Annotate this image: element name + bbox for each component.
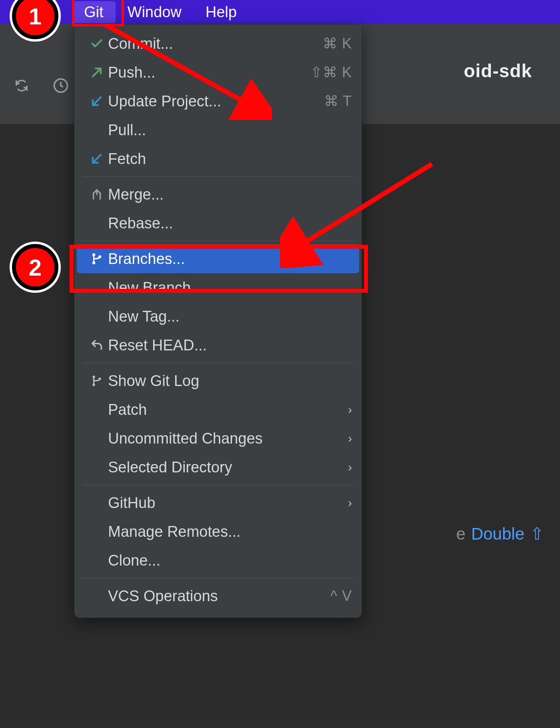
menu-item-reset-head[interactable]: Reset HEAD...: [77, 331, 359, 360]
menu-item-clone[interactable]: Clone...: [77, 546, 359, 575]
hint-prefix: e: [456, 524, 466, 544]
menu-item-merge[interactable]: Merge...: [77, 180, 359, 209]
menu-item-branches[interactable]: Branches...: [77, 244, 359, 273]
menu-item-show-git-log[interactable]: Show Git Log: [77, 366, 359, 395]
menu-separator: [82, 241, 354, 241]
fetch-icon: [86, 152, 108, 166]
menu-item-label: Push...: [108, 64, 310, 81]
menu-item-label: Reset HEAD...: [108, 337, 352, 354]
menu-item-label: VCS Operations: [108, 588, 330, 605]
annotation-step-2-number: 2: [29, 254, 42, 281]
chevron-right-icon: ›: [348, 496, 352, 510]
menu-item-new-branch[interactable]: New Branch...: [77, 273, 359, 302]
menu-item-label: Patch: [108, 401, 341, 418]
menu-item-label: Uncommitted Changes: [108, 430, 341, 447]
menu-item-label: Selected Directory: [108, 459, 341, 476]
menu-item-label: Clone...: [108, 552, 352, 569]
menu-separator: [82, 176, 354, 177]
menu-item-update-project[interactable]: Update Project...⌘ T: [77, 87, 359, 116]
menu-item-shortcut: ⇧⌘ K: [310, 64, 352, 81]
search-everywhere-hint: e Double ⇧: [456, 524, 544, 544]
menu-item-label: Fetch: [108, 150, 352, 168]
hint-action[interactable]: Double: [471, 524, 524, 544]
menu-git[interactable]: Git: [72, 1, 116, 23]
menu-item-rebase[interactable]: Rebase...: [77, 209, 359, 238]
menu-separator: [82, 363, 354, 363]
menu-item-github[interactable]: GitHub›: [77, 488, 359, 517]
menu-item-commit[interactable]: Commit...⌘ K: [77, 29, 359, 58]
menu-separator: [82, 485, 354, 485]
update-icon: [86, 94, 108, 108]
menu-item-shortcut: ^ V: [330, 588, 352, 604]
annotation-step-1-number: 1: [29, 3, 42, 30]
menu-item-shortcut: ⌘ T: [324, 93, 352, 110]
menu-item-label: Show Git Log: [108, 372, 352, 390]
menu-item-label: Branches...: [108, 250, 352, 268]
menu-item-label: GitHub: [108, 494, 341, 512]
menu-item-uncommitted-changes[interactable]: Uncommitted Changes›: [77, 424, 359, 453]
push-icon: [86, 66, 108, 79]
svg-point-5: [92, 376, 95, 378]
clock-icon[interactable]: [51, 76, 70, 95]
menu-help[interactable]: Help: [194, 1, 249, 23]
check-icon: [86, 37, 108, 50]
chevron-right-icon: ›: [348, 432, 352, 445]
menu-item-label: Manage Remotes...: [108, 523, 352, 540]
chevron-right-icon: ›: [348, 460, 352, 474]
menu-item-shortcut: ⌘ K: [323, 35, 352, 52]
menu-item-label: Rebase...: [108, 215, 352, 232]
menu-item-vcs-operations[interactable]: VCS Operations^ V: [77, 582, 359, 610]
svg-point-6: [92, 384, 95, 386]
menu-item-fetch[interactable]: Fetch: [77, 144, 359, 173]
git-menu-dropdown: Commit...⌘ KPush...⇧⌘ KUpdate Project...…: [74, 24, 362, 618]
menu-item-patch[interactable]: Patch›: [77, 395, 359, 424]
menu-item-selected-directory[interactable]: Selected Directory›: [77, 453, 359, 482]
shift-icon: ⇧: [530, 524, 544, 544]
chevron-right-icon: ›: [348, 403, 352, 416]
svg-point-3: [92, 262, 95, 264]
branch-icon: [86, 374, 108, 388]
svg-point-2: [92, 254, 95, 256]
menu-item-label: Commit...: [108, 35, 323, 52]
menu-item-label: New Tag...: [108, 308, 352, 325]
menu-item-label: New Branch...: [108, 279, 352, 296]
menu-item-manage-remotes[interactable]: Manage Remotes...: [77, 517, 359, 546]
branch-icon: [86, 252, 108, 266]
menu-item-new-tag[interactable]: New Tag...: [77, 302, 359, 331]
refresh-icon[interactable]: [12, 76, 31, 95]
menu-item-label: Update Project...: [108, 93, 324, 110]
menu-window[interactable]: Window: [116, 1, 194, 23]
project-name: oid-sdk: [464, 60, 532, 82]
ide-menubar: Git Window Help: [0, 0, 560, 24]
merge-icon: [86, 188, 108, 201]
menu-item-label: Pull...: [108, 122, 352, 139]
menu-item-push[interactable]: Push...⇧⌘ K: [77, 58, 359, 87]
menu-item-label: Merge...: [108, 186, 352, 203]
menu-item-pull[interactable]: Pull...: [77, 116, 359, 144]
menu-separator: [82, 578, 354, 578]
annotation-step-2: 2: [12, 244, 58, 290]
undo-icon: [86, 338, 108, 352]
